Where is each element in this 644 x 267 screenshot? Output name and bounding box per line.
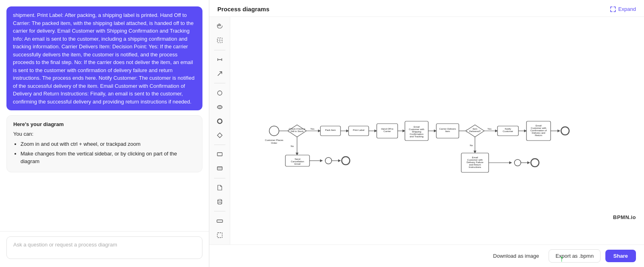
doc-icon [217,184,223,191]
crosshair-tool-btn[interactable] [213,34,227,47]
cylinder-tool-btn[interactable] [213,195,227,208]
share-button[interactable]: Share [605,250,636,262]
resize-tool-btn[interactable] [213,54,227,66]
svg-text:Instructions: Instructions [469,166,481,168]
select-icon [217,232,223,238]
svg-point-74 [325,157,332,164]
assistant-title: Here's your diagram [13,120,196,128]
resize-icon [217,56,223,63]
svg-text:Delivered?: Delivered? [469,130,481,132]
svg-point-8 [217,106,222,109]
oval-icon [217,104,223,110]
svg-point-20 [269,126,279,136]
svg-point-17 [218,203,222,204]
user-message: shipment. Print Label: After packing, a … [6,6,202,110]
bpmn-watermark: BPMN.io [613,214,636,220]
svg-text:Customer Places: Customer Places [265,139,283,141]
circle-tool-btn[interactable] [213,87,227,99]
svg-point-76 [342,157,350,165]
rect3-icon [217,218,223,224]
svg-text:Still in Stock: Still in Stock [291,130,304,132]
right-panel: Process diagrams Expand [209,0,644,267]
svg-text:Customer: Customer [503,130,513,132]
tool-divider-3 [214,145,225,145]
expand-button[interactable]: Expand [610,6,636,12]
select-tool-btn[interactable] [213,229,227,241]
crosshair-icon [217,37,223,43]
svg-text:Order: Order [271,142,277,144]
chat-area: shipment. Print Label: After packing, a … [0,0,209,231]
left-panel: shipment. Print Label: After packing, a … [0,0,209,267]
diagram-title: Process diagrams [217,6,269,12]
svg-text:Return: Return [535,134,542,137]
diagram-canvas-wrapper: Customer Places Order Check if Item is S… [209,17,644,244]
hand-icon [217,23,223,29]
assistant-subtitle: You can: [13,130,196,138]
assistant-list: Zoom in and out with ctrl + wheel, or tr… [21,140,196,166]
rect2-icon [217,165,223,172]
svg-rect-12 [217,167,222,170]
svg-point-66 [561,127,569,135]
tool-divider-4 [214,178,225,178]
svg-text:Yes: Yes [310,128,314,130]
svg-rect-18 [217,220,223,222]
svg-text:Yes: Yes [487,128,491,130]
svg-text:and Tracking: and Tracking [410,135,423,138]
rect-tool-btn[interactable] [213,148,227,161]
rect3-tool-btn[interactable] [213,215,227,227]
diagram-header: Process diagrams Expand [209,0,644,17]
diamond-tool-btn[interactable] [213,129,227,141]
export-bpmn-button[interactable]: Export as .bpmn [549,249,601,263]
rect2-tool-btn[interactable] [213,162,227,175]
svg-line-6 [218,72,222,76]
input-area [0,231,209,267]
download-image-button[interactable]: Download as image [488,250,544,262]
svg-marker-10 [217,133,222,138]
svg-rect-11 [217,153,222,156]
hand-tool-btn[interactable] [213,20,227,33]
svg-text:Print Label: Print Label [353,129,365,131]
svg-text:No: No [470,144,473,147]
tools-sidebar [209,17,230,244]
assistant-message: Here's your diagram You can: Zoom in and… [6,115,202,172]
svg-text:No: No [291,145,294,147]
doc-tool-btn[interactable] [213,182,227,194]
circle-icon [217,90,223,96]
list-item-2: Make changes from the vertical sidebar, … [21,150,196,166]
svg-text:Pack Item: Pack Item [325,129,336,131]
arrow-tool-btn[interactable] [213,68,227,80]
tool-divider-5 [214,211,225,211]
bottom-bar: Download as image Export as .bpmn Share [209,244,644,267]
svg-point-9 [217,119,222,123]
expand-icon [610,6,616,12]
diamond-icon [217,132,223,139]
svg-point-7 [217,91,222,95]
tool-divider-1 [214,50,225,50]
svg-point-86 [514,159,521,166]
oval-tool-btn[interactable] [213,101,227,113]
chat-input[interactable] [6,236,202,259]
svg-text:Email: Email [294,163,300,165]
list-item-1: Zoom in and out with ctrl + wheel, or tr… [21,140,196,148]
svg-point-14 [218,199,222,201]
ring-tool-btn[interactable] [213,115,227,127]
svg-text:Carrier: Carrier [384,130,391,132]
svg-rect-19 [217,233,222,238]
diagram-canvas[interactable]: Customer Places Order Check if Item is S… [230,17,644,244]
svg-text:Item: Item [445,130,450,132]
arrow-icon [217,70,223,77]
bpmn-diagram: Customer Places Order Check if Item is S… [262,79,612,183]
svg-point-88 [531,159,539,167]
ring-icon [217,118,223,124]
cylinder-icon [217,199,223,205]
rect-icon [217,151,223,157]
tool-divider-2 [214,83,225,83]
